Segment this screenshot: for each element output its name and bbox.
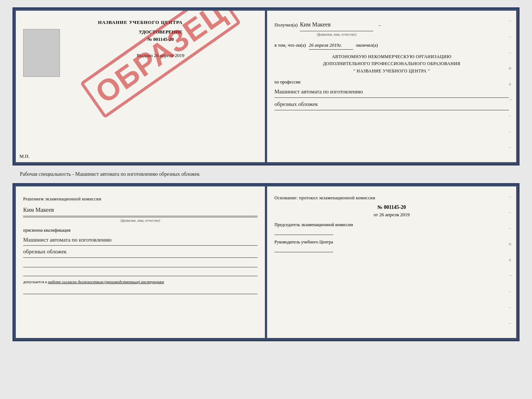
recipient-line: Получил(а) Ким Макеев (фамилия, имя, отч… [274,19,509,38]
dash-sep: – [378,21,381,29]
person-sublabel: (фамилия, имя, отчество) [23,217,258,224]
assigned-label: присвоена квалификация [23,227,258,234]
chair-sig-line [274,228,333,235]
document-subtitle: Рабочая специальность - Машинист автомат… [20,171,200,177]
certificate-right-page: Получил(а) Ким Макеев (фамилия, имя, отч… [267,11,516,162]
date-suffix: окончил(а) [356,41,378,49]
qual-line1: Машинист автомата по изготовлению [23,235,258,246]
person-name: Ким Макеев [23,205,258,216]
protocol-date: от 26 апреля 2019 [274,212,509,218]
issued-label: Выдано [137,53,152,58]
qualification-right-page: Основание: протокол экзаменационной коми… [267,186,516,338]
director-label: Руководитель учебного Центра [274,239,509,245]
date-value: 26 апреля 2019г. [309,41,353,50]
date-prefix: в том, что он(а) [274,41,306,49]
top-document: НАЗВАНИЕ УЧЕБНОГО ЦЕНТРА УДОСТОВЕРЕНИЕ №… [12,7,520,165]
basis-label: Основание: протокол экзаменационной коми… [274,195,509,201]
org-block: АВТОНОМНУЮ НЕКОММЕРЧЕСКУЮ ОРГАНИЗАЦИЮ ДО… [274,53,509,75]
recipient-sublabel: (фамилия, имя, отчество) [317,31,356,38]
director-sig-line [274,246,333,252]
allowed-prefix: допускается к [23,279,47,284]
blank-line-1 [23,261,258,267]
cert-stamp-area: УДОСТОВЕРЕНИЕ № 001145-20 Выдано 26 апре… [23,29,258,77]
received-label: Получил(а) [274,21,298,29]
profession-label: по профессии [274,78,509,86]
bottom-document: Решением экзаменационной комиссии Ким Ма… [12,183,520,341]
mp-label: М.П. [19,153,29,159]
certificate-left-page: НАЗВАНИЕ УЧЕБНОГО ЦЕНТРА УДОСТОВЕРЕНИЕ №… [16,11,266,162]
chair-block: Председатель экзаменационной комиссии [274,222,509,235]
qual-content: Решением экзаменационной комиссии Ким Ма… [23,195,258,294]
qual-line2: обрезных обложек [23,247,258,258]
recipient-block: Ким Макеев (фамилия, имя, отчество) [300,19,373,38]
right-margin: – – – и а ← – – – [509,18,513,150]
org-line1: АВТОНОМНУЮ НЕКОММЕРЧЕСКУЮ ОРГАНИЗАЦИЮ [274,53,509,60]
director-block: Руководитель учебного Центра [274,239,509,252]
date-value: 26 апреля 2019 [379,212,410,217]
cert-number: № 001145-20 [147,36,174,42]
cert-main: УДОСТОВЕРЕНИЕ № 001145-20 Выдано 26 апре… [64,29,258,77]
allowed-value: работе согласно должностным (производств… [48,279,164,284]
right-margin-bottom: – – – и а ← – – – [509,194,513,326]
qualification-left-page: Решением экзаменационной комиссии Ким Ма… [16,186,266,338]
profession-line1: Машинист автомата по изготовлению [274,87,509,98]
cert-school-name: НАЗВАНИЕ УЧЕБНОГО ЦЕНТРА [23,19,258,25]
allowed-text-block: допускается к работе согласно должностны… [23,278,258,285]
recipient-name: Ким Макеев [300,19,373,31]
cert-issued: Выдано 26 апреля 2019 [137,53,184,58]
obrazets-watermark: ОБРАЗЕЦ [80,11,241,118]
blank-line-3 [23,288,258,294]
blank-line-2 [23,270,258,276]
decision-text: Решением экзаменационной комиссии [23,195,258,203]
date-prefix: от [374,212,378,217]
org-line2: ДОПОЛНИТЕЛЬНОГО ПРОФЕССИОНАЛЬНОГО ОБРАЗО… [274,60,509,67]
protocol-number: № 001145-20 [274,204,509,210]
cert-photo [23,29,60,77]
cert-type: УДОСТОВЕРЕНИЕ [139,29,182,35]
issued-date: 26 апреля 2019 [154,53,184,58]
chair-label: Председатель экзаменационной комиссии [274,222,509,228]
right-top-content: Получил(а) Ким Макеев (фамилия, имя, отч… [274,19,509,110]
org-line3: " НАЗВАНИЕ УЧЕБНОГО ЦЕНТРА " [274,68,509,75]
profession-line2: обрезных обложек [274,99,509,110]
date-row: в том, что он(а) 26 апреля 2019г. окончи… [274,41,509,50]
